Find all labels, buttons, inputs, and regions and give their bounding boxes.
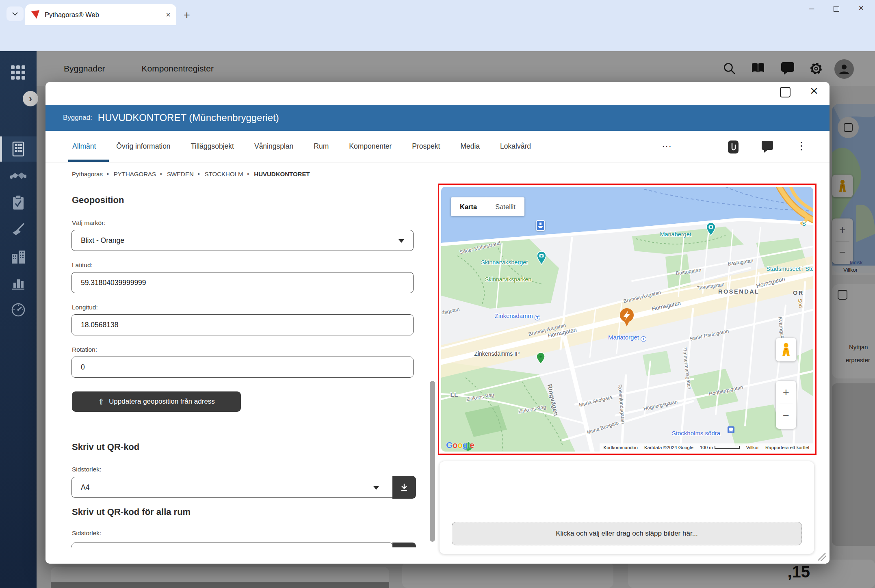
tab-rum[interactable]: Rum xyxy=(314,142,329,151)
dialog-title-label: Byggnad: xyxy=(63,114,92,122)
handshake-icon xyxy=(10,171,26,181)
tab-komponenter[interactable]: Komponenter xyxy=(349,142,392,151)
tab-search-button[interactable] xyxy=(6,6,24,21)
image-dropzone[interactable]: Klicka och välj eller drag och släpp bil… xyxy=(452,522,802,545)
page-size-select[interactable]: A4 xyxy=(71,477,393,498)
tab-close-icon[interactable]: × xyxy=(166,10,171,19)
map-label: Stockholms södra xyxy=(672,430,720,437)
lightning-marker[interactable] xyxy=(619,307,635,327)
sidebar-item-buildings[interactable] xyxy=(0,136,37,162)
longitude-field[interactable] xyxy=(71,314,414,335)
map-label: Skinnarviksparken xyxy=(485,276,531,283)
app-sidebar xyxy=(0,51,37,588)
breadcrumb-item[interactable]: SWEDEN xyxy=(167,171,194,177)
apps-grid-icon xyxy=(11,65,26,80)
breadcrumb-separator-icon: ► xyxy=(197,172,201,176)
sidebar-item-reports[interactable] xyxy=(0,270,37,296)
train-station-icon xyxy=(728,426,734,433)
map-label: Maria Skolgata xyxy=(578,394,613,408)
green-pin[interactable] xyxy=(536,352,546,364)
map-label: Sankt Paulsgatan xyxy=(689,328,729,342)
browser-tabstrip: Pythagoras® Web × + – × xyxy=(0,0,875,25)
tab-prospekt[interactable]: Prospekt xyxy=(412,142,440,151)
report-error-link[interactable]: Rapportera ett kartfel xyxy=(765,445,809,450)
map-label: Rosenlundsgatan xyxy=(617,384,626,424)
sidebar-item-agreements[interactable] xyxy=(0,163,37,188)
upload-arrow-icon: ⇧ xyxy=(98,397,104,406)
toolbar-divider xyxy=(696,135,696,158)
map-label: Zinkens Väg xyxy=(466,392,495,402)
camera-poi-pin[interactable] xyxy=(536,251,547,265)
download-icon xyxy=(400,483,408,491)
sidebar-apps-button[interactable] xyxy=(0,60,37,85)
pythagoras-favicon xyxy=(31,10,40,19)
metro-icon: T xyxy=(641,336,646,342)
window-minimize-button[interactable]: – xyxy=(804,3,820,14)
map-label: Mariaberget xyxy=(660,231,691,238)
dialog-maximize-icon[interactable] xyxy=(780,87,791,97)
sidebar-expand-button[interactable]: › xyxy=(23,91,38,106)
chevron-down-icon xyxy=(373,486,379,490)
breadcrumb-item-current: HUVUDKONTORET xyxy=(254,171,310,177)
tab-allmant[interactable]: Allmänt xyxy=(72,142,96,151)
marker-select[interactable]: Blixt - Orange xyxy=(71,230,414,251)
chevron-down-icon xyxy=(399,239,404,243)
comments-icon[interactable] xyxy=(761,141,773,153)
dialog-close-icon[interactable]: × xyxy=(806,83,822,99)
dialog-menu-icon[interactable]: ⋮ xyxy=(796,140,807,152)
terms-link[interactable]: Villkor xyxy=(746,445,759,450)
sidebar-item-cleaning[interactable] xyxy=(0,217,37,242)
new-tab-button[interactable]: + xyxy=(184,9,190,22)
map-label: Söd xyxy=(797,298,804,308)
attachment-icon[interactable] xyxy=(727,140,739,154)
pegman-icon xyxy=(781,342,791,357)
sidebar-item-dashboard[interactable] xyxy=(0,297,37,322)
satellite-button[interactable]: Satellit xyxy=(486,197,524,216)
qr-heading: Skriv ut QR-kod xyxy=(72,442,139,452)
tabs-overflow-button[interactable]: ... xyxy=(662,139,672,149)
ferry-icon[interactable] xyxy=(536,220,545,231)
page-size-value: A4 xyxy=(81,483,89,492)
tab-media[interactable]: Media xyxy=(460,142,480,151)
breadcrumb-item[interactable]: PYTHAGORAS xyxy=(114,171,156,177)
camera-poi-pin[interactable] xyxy=(706,222,716,236)
map-copyright: Kartdata ©2024 Google xyxy=(644,445,693,450)
map-label: Bastugatan xyxy=(676,267,702,276)
map-button[interactable]: Karta xyxy=(451,197,486,216)
longitude-label: Longitud: xyxy=(72,304,98,311)
sidebar-item-tasks[interactable] xyxy=(0,190,37,215)
breadcrumb-item[interactable]: STOCKHOLM xyxy=(205,171,243,177)
rotation-field[interactable] xyxy=(71,357,414,378)
map-label: Bastugatan xyxy=(728,257,754,267)
map-label: Ringvägen xyxy=(546,383,560,416)
window-maximize-button[interactable] xyxy=(834,6,839,12)
window-close-button[interactable]: × xyxy=(853,3,869,13)
tab-tillaggsobjekt[interactable]: Tilläggsobjekt xyxy=(191,142,234,151)
zoom-in-button[interactable]: + xyxy=(776,381,796,404)
latitude-field[interactable] xyxy=(71,272,414,293)
map-label: dagatan xyxy=(441,307,460,316)
browser-tab[interactable]: Pythagoras® Web × xyxy=(25,4,176,25)
zoom-out-button[interactable]: − xyxy=(776,404,796,427)
page-size-select-clipped[interactable] xyxy=(71,543,416,547)
browser-toolbar: ← → ↻ pim.pythagoras.se/py_datamanager_i… xyxy=(0,25,875,51)
keyboard-shortcuts-link[interactable]: Kortkommandon xyxy=(604,445,638,450)
geoposition-heading: Geoposition xyxy=(72,195,124,205)
tab-vaningsplan[interactable]: Våningsplan xyxy=(254,142,293,151)
breadcrumb-item[interactable]: Pythagoras xyxy=(72,171,103,177)
update-geoposition-button[interactable]: ⇧ Uppdatera geoposition från adress xyxy=(72,391,241,412)
sidebar-item-properties[interactable] xyxy=(0,244,37,269)
download-qr-button[interactable] xyxy=(392,476,416,499)
dialog-resize-handle[interactable] xyxy=(816,551,827,563)
tab-lokalvard[interactable]: Lokalvård xyxy=(500,142,531,151)
pegman-control[interactable] xyxy=(776,338,796,361)
tab-title: Pythagoras® Web xyxy=(45,11,166,19)
dialog-titlebar: Byggnad: HUVUDKONTORET (Münchenbryggerie… xyxy=(45,105,830,131)
dialog-scrollbar[interactable] xyxy=(430,381,435,542)
tab-ovrig-information[interactable]: Övrig information xyxy=(116,142,170,151)
google-map[interactable]: Karta Satellit Söder MälarstrandSkinnarv… xyxy=(441,187,813,452)
city-buildings-icon xyxy=(11,249,26,264)
google-logo[interactable]: Google xyxy=(446,440,474,450)
map-label: Söder Mälarstrand xyxy=(459,240,501,255)
map-label: Timmermansgatan xyxy=(681,347,692,389)
